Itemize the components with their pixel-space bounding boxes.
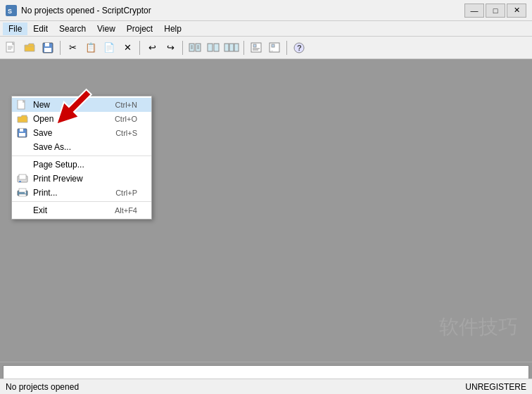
toolbar-undo[interactable]: ↩ bbox=[144, 39, 160, 56]
toolbar-b2[interactable] bbox=[205, 39, 222, 56]
toolbar-help[interactable]: ? bbox=[291, 39, 308, 56]
svg-rect-21 bbox=[234, 44, 239, 51]
maximize-button[interactable]: □ bbox=[486, 4, 505, 18]
menu-file[interactable]: File bbox=[3, 23, 27, 35]
menu-item-exit[interactable]: Exit Alt+F4 bbox=[12, 203, 151, 217]
svg-text:→: → bbox=[270, 49, 274, 53]
toolbar-redo[interactable]: ↪ bbox=[162, 39, 179, 56]
svg-rect-39 bbox=[19, 189, 26, 192]
menu-item-page-setup[interactable]: Page Setup... bbox=[12, 158, 151, 172]
separator-1 bbox=[12, 155, 151, 156]
exit-label: Exit bbox=[33, 205, 47, 215]
toolbar-sep-1 bbox=[60, 41, 61, 55]
title-bar: S No projects opened - ScriptCryptor — □… bbox=[0, 0, 532, 21]
save-icon bbox=[16, 127, 29, 139]
svg-text:?: ? bbox=[297, 44, 302, 52]
new-icon bbox=[16, 99, 29, 110]
page-setup-label: Page Setup... bbox=[33, 160, 84, 170]
close-button[interactable]: ✕ bbox=[507, 4, 526, 18]
menu-item-print[interactable]: Print... Ctrl+P bbox=[12, 186, 151, 200]
menu-help[interactable]: Help bbox=[158, 23, 187, 35]
toolbar-c2[interactable]: → bbox=[266, 39, 283, 56]
svg-text:S: S bbox=[8, 8, 12, 15]
title-bar-left: S No projects opened - ScriptCryptor bbox=[6, 5, 151, 16]
print-icon bbox=[16, 187, 29, 198]
toolbar-cut[interactable]: ✂ bbox=[64, 39, 81, 56]
minimize-button[interactable]: — bbox=[464, 4, 484, 18]
menu-item-new[interactable]: New Ctrl+N bbox=[12, 98, 151, 112]
status-left: No projects opened bbox=[6, 382, 79, 392]
svg-rect-34 bbox=[19, 133, 25, 136]
svg-rect-17 bbox=[208, 44, 213, 51]
toolbar-b1[interactable] bbox=[186, 39, 203, 56]
open-label: Open bbox=[33, 114, 53, 124]
print-label: Print... bbox=[33, 188, 58, 198]
print-preview-icon bbox=[16, 173, 29, 184]
toolbar-c1[interactable] bbox=[248, 39, 265, 56]
svg-rect-27 bbox=[272, 44, 274, 47]
svg-rect-19 bbox=[224, 44, 229, 51]
svg-rect-20 bbox=[229, 44, 234, 51]
menu-bar: File Edit Search View Project Help bbox=[0, 21, 532, 37]
app-icon: S bbox=[6, 5, 17, 16]
separator-2 bbox=[12, 201, 151, 202]
save-as-label: Save As... bbox=[33, 142, 71, 152]
save-label: Save bbox=[33, 128, 52, 138]
main-area: New Ctrl+N Open Ctrl+O Save Ctrl bbox=[0, 59, 532, 362]
toolbar: ✂ 📋 📄 ✕ ↩ ↪ bbox=[0, 37, 532, 59]
svg-rect-8 bbox=[44, 48, 51, 52]
menu-item-save[interactable]: Save Ctrl+S bbox=[12, 126, 151, 140]
toolbar-new[interactable] bbox=[3, 39, 20, 56]
exit-shortcut: Alt+F4 bbox=[115, 206, 137, 215]
toolbar-save[interactable] bbox=[39, 39, 56, 56]
window-controls: — □ ✕ bbox=[464, 4, 526, 18]
svg-rect-7 bbox=[45, 43, 49, 46]
svg-point-41 bbox=[25, 192, 26, 193]
toolbar-paste[interactable]: 📄 bbox=[101, 39, 118, 56]
print-preview-label: Print Preview bbox=[33, 174, 83, 184]
toolbar-open[interactable] bbox=[21, 39, 38, 56]
file-dropdown-menu: New Ctrl+N Open Ctrl+O Save Ctrl bbox=[11, 96, 152, 220]
svg-rect-18 bbox=[214, 44, 219, 51]
menu-project[interactable]: Project bbox=[121, 23, 158, 35]
menu-item-print-preview[interactable]: Print Preview bbox=[12, 172, 151, 186]
menu-view[interactable]: View bbox=[91, 23, 121, 35]
menu-search[interactable]: Search bbox=[53, 23, 91, 35]
window-title: No projects opened - ScriptCryptor bbox=[21, 6, 151, 15]
watermark-text: 软件技巧 bbox=[439, 314, 518, 341]
svg-rect-37 bbox=[19, 181, 21, 182]
status-right: UNREGISTERE bbox=[465, 382, 526, 392]
new-label: New bbox=[33, 100, 50, 110]
toolbar-sep-2 bbox=[139, 41, 140, 55]
new-shortcut: Ctrl+N bbox=[115, 101, 137, 109]
svg-rect-23 bbox=[253, 44, 256, 47]
open-shortcut: Ctrl+O bbox=[115, 115, 137, 123]
open-icon bbox=[16, 113, 29, 125]
menu-item-open[interactable]: Open Ctrl+O bbox=[12, 112, 151, 126]
menu-item-save-as[interactable]: Save As... bbox=[12, 140, 151, 154]
toolbar-copy[interactable]: 📋 bbox=[82, 39, 99, 56]
save-shortcut: Ctrl+S bbox=[115, 129, 137, 137]
menu-edit[interactable]: Edit bbox=[27, 23, 53, 35]
svg-rect-33 bbox=[20, 129, 23, 132]
status-bar: No projects opened UNREGISTERE bbox=[0, 379, 532, 394]
toolbar-delete[interactable]: ✕ bbox=[119, 39, 136, 56]
svg-rect-36 bbox=[19, 174, 26, 179]
toolbar-sep-3 bbox=[182, 41, 183, 55]
toolbar-sep-5 bbox=[286, 41, 287, 55]
svg-rect-40 bbox=[19, 194, 26, 196]
print-shortcut: Ctrl+P bbox=[115, 189, 137, 197]
toolbar-b3[interactable] bbox=[223, 39, 240, 56]
toolbar-sep-4 bbox=[243, 41, 244, 55]
